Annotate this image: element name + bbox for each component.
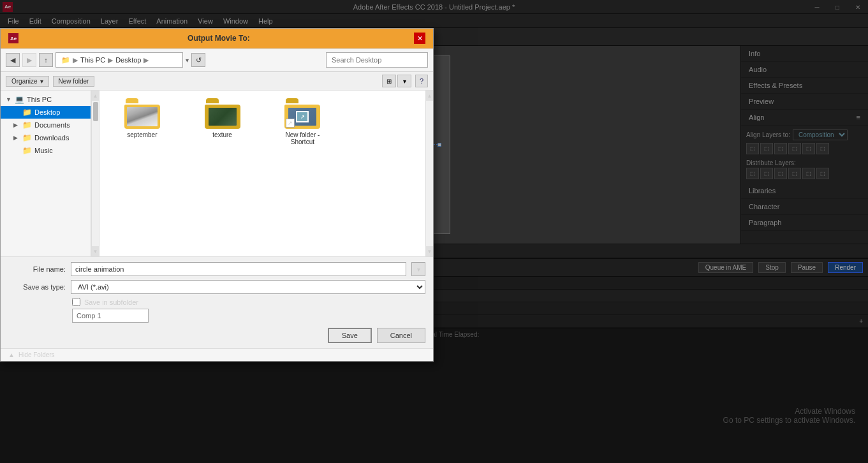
hide-folders-label[interactable]: Hide Folders [18, 351, 55, 358]
dialog-overlay: Ae Output Movie To: ✕ ◀ ▶ ↑ 📁 ▶ This PC … [0, 0, 868, 463]
tree-label-downloads: Downloads [34, 134, 69, 142]
file-scroll-up[interactable]: ▲ [426, 91, 433, 101]
dialog-title-text: Output Movie To: [24, 34, 414, 43]
folder-texture-label: texture [212, 131, 232, 138]
tree-expand-documents: ▶ [13, 122, 20, 128]
dialog-nav-bar: ◀ ▶ ↑ 📁 ▶ This PC ▶ Desktop ▶ ▾ ↺ [1, 48, 433, 72]
bc-sep-2: ▶ [108, 56, 113, 64]
folder-shortcut-icon: ↗ ↗ [284, 98, 320, 129]
folder-texture-content [209, 108, 237, 126]
tree-item-documents[interactable]: ▶ 📁 Documents [1, 119, 91, 131]
folder-body [124, 105, 160, 129]
folder-texture-tab [206, 98, 219, 103]
tree-scroll-down[interactable]: ▼ [92, 246, 99, 256]
dialog-title-bar: Ae Output Movie To: ✕ [1, 29, 433, 48]
folder-tree-panel: ▼ 💻 This PC 📁 Desktop ▶ 📁 Documents [1, 91, 99, 256]
downloads-folder-icon: 📁 [22, 133, 32, 142]
breadcrumb-section: 📁 ▶ This PC ▶ Desktop ▶ ▾ ↺ [55, 52, 323, 68]
dialog-search-input[interactable] [326, 52, 428, 68]
filetype-label: Save as type: [8, 283, 66, 291]
tree-label-documents: Documents [34, 121, 70, 129]
folder-tab [126, 98, 138, 103]
folder-september-label: september [127, 131, 157, 138]
subfolder-checkbox-row: Save in subfolder [8, 298, 425, 306]
folder-texture[interactable]: texture [185, 96, 260, 148]
view-icon-btn-1[interactable]: ⊞ [382, 75, 396, 87]
organize-arrow: ▾ [40, 78, 43, 85]
shortcut-inner: ↗ [296, 111, 309, 122]
pc-icon: 💻 [15, 95, 24, 104]
music-folder-icon: 📁 [22, 146, 32, 155]
subfolder-name-input[interactable] [72, 309, 149, 323]
output-movie-dialog: Ae Output Movie To: ✕ ◀ ▶ ↑ 📁 ▶ This PC … [0, 28, 434, 362]
bc-this-pc[interactable]: This PC [80, 56, 105, 64]
save-button[interactable]: Save [328, 328, 372, 343]
tree-scroll-thumb[interactable] [93, 102, 98, 121]
desktop-folder-icon: 📁 [22, 108, 32, 117]
dialog-toolbar: Organize ▾ New folder ⊞ ▾ ? [1, 72, 433, 91]
refresh-btn[interactable]: ↺ [191, 53, 205, 67]
folder-texture-icon [205, 98, 240, 129]
subfolder-checkbox[interactable] [72, 298, 80, 306]
breadcrumb-folder-icon: 📁 [61, 56, 70, 64]
dialog-app-icon: Ae [8, 33, 18, 43]
tree-label-music: Music [34, 147, 53, 154]
tree-scroll-up[interactable]: ▲ [92, 91, 99, 101]
bc-sep-1: ▶ [73, 56, 78, 64]
filename-dropdown-btn[interactable]: ▾ [411, 262, 425, 276]
dialog-close-button[interactable]: ✕ [414, 33, 425, 44]
bc-sep-3: ▶ [143, 56, 149, 64]
shortcut-folder-tab [286, 98, 298, 103]
tree-item-desktop[interactable]: 📁 Desktop [1, 106, 91, 119]
hide-folders-arrow: ▲ [8, 351, 15, 358]
file-scroll-track[interactable] [426, 101, 433, 246]
folder-content [127, 107, 158, 126]
dialog-bottom: File name: ▾ Save as type: AVI (*.avi) S… [1, 256, 433, 348]
forward-button[interactable]: ▶ [22, 53, 36, 67]
tree-item-downloads[interactable]: ▶ 📁 Downloads [1, 131, 91, 144]
new-folder-button[interactable]: New folder [53, 76, 95, 87]
subfolder-checkbox-label[interactable]: Save in subfolder [84, 298, 138, 306]
tree-expand-pc: ▼ [6, 96, 12, 103]
tree-expand-downloads: ▶ [13, 135, 20, 141]
folder-texture-body [205, 105, 240, 129]
folder-shortcut[interactable]: ↗ ↗ New folder -Shortcut [265, 96, 341, 148]
file-area: september texture [99, 91, 425, 256]
tree-label-this-pc: This PC [27, 96, 52, 103]
subfolder-name-row [8, 309, 425, 323]
filename-row: File name: ▾ [8, 262, 425, 276]
file-area-container: september texture [99, 91, 433, 256]
dialog-content: ▼ 💻 This PC 📁 Desktop ▶ 📁 Documents [1, 91, 433, 256]
filename-label: File name: [8, 265, 66, 273]
folder-september[interactable]: september [105, 96, 180, 148]
dialog-buttons: Save Cancel [8, 328, 425, 343]
shortcut-arrow-overlay: ↗ [286, 119, 295, 128]
filetype-select[interactable]: AVI (*.avi) [71, 280, 425, 294]
file-scroll-down[interactable]: ▼ [426, 246, 433, 256]
file-scrollbar[interactable]: ▲ ▼ [425, 91, 433, 256]
filetype-row: Save as type: AVI (*.avi) [8, 280, 425, 294]
filename-input[interactable] [71, 262, 406, 276]
folder-shortcut-label: New folder -Shortcut [285, 131, 320, 145]
tree-item-this-pc[interactable]: ▼ 💻 This PC [1, 93, 91, 106]
tree-label-desktop: Desktop [34, 108, 60, 116]
view-icons-group: ⊞ ▾ [382, 75, 411, 87]
back-button[interactable]: ◀ [6, 53, 20, 67]
cancel-button[interactable]: Cancel [377, 328, 425, 343]
view-icon-dropdown-btn[interactable]: ▾ [397, 75, 411, 87]
folder-tree: ▼ 💻 This PC 📁 Desktop ▶ 📁 Documents [1, 91, 91, 256]
bc-desktop[interactable]: Desktop [115, 56, 141, 64]
up-button[interactable]: ↑ [39, 53, 53, 67]
breadcrumb-dropdown-btn[interactable]: ▾ [186, 57, 189, 64]
help-button[interactable]: ? [415, 75, 428, 87]
tree-item-music[interactable]: 📁 Music [1, 144, 91, 157]
folder-september-icon [124, 98, 160, 129]
documents-folder-icon: 📁 [22, 121, 32, 129]
breadcrumb-box: 📁 ▶ This PC ▶ Desktop ▶ [55, 52, 183, 68]
organize-button[interactable]: Organize ▾ [6, 76, 49, 87]
tree-scrollbar[interactable]: ▲ ▼ [91, 91, 99, 256]
organize-label: Organize [11, 78, 38, 85]
tree-scroll-track[interactable] [92, 101, 99, 246]
hide-folders-row[interactable]: ▲ Hide Folders [1, 348, 433, 361]
